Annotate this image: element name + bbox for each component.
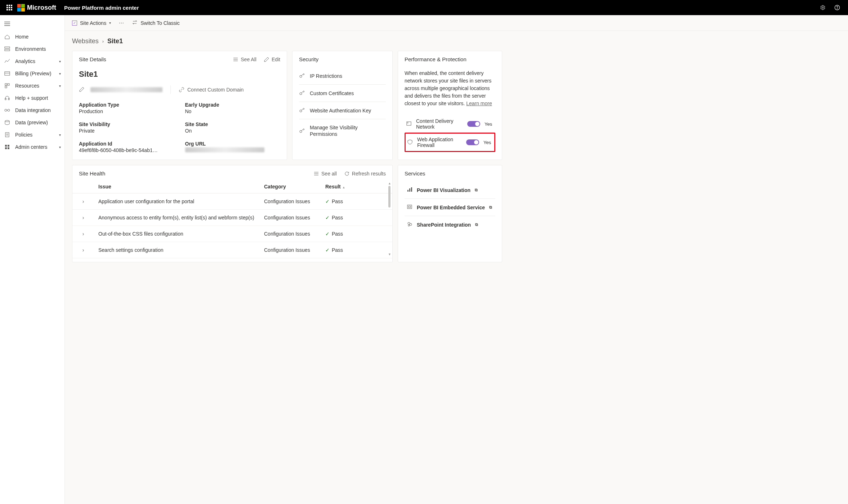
scroll-up-icon[interactable]: ▲ [388,182,391,185]
kv-value: On [185,128,281,134]
sidebar-item-home[interactable]: Home [0,31,64,43]
breadcrumb: Websites › Site1 [72,37,841,45]
svg-rect-20 [8,84,9,85]
kv-label: Site Visibility [79,121,174,127]
switch-classic-button[interactable]: Switch To Classic [132,19,180,26]
service-label: Power BI Embedded Service [417,205,485,210]
sidebar-item-label: Billing (Preview) [15,71,51,76]
sidebar-item-billing[interactable]: Billing (Preview) ▾ [0,67,64,80]
expand-row-icon[interactable]: › [72,210,94,226]
svg-rect-17 [5,72,10,75]
sidebar-item-environments[interactable]: Environments [0,43,64,55]
svg-rect-51 [409,206,411,208]
category-cell: Configuration Issues [260,226,321,242]
see-all-button[interactable]: See All [233,57,256,62]
service-powerbi-viz[interactable]: Power BI Visualization ⧉ [405,182,495,199]
sidebar-item-help[interactable]: Help + support [0,92,64,104]
bar-chart-icon [407,187,412,193]
svg-rect-16 [5,49,10,51]
result-cell: ✓Pass [321,242,392,258]
col-issue[interactable]: Issue [94,180,260,193]
svg-rect-6 [6,9,8,10]
expand-row-icon[interactable]: › [72,226,94,242]
issue-cell: Out-of-the-box CSS files configuration [94,226,260,242]
chevron-down-icon: ▾ [59,133,61,137]
sidebar-item-policies[interactable]: Policies ▾ [0,129,64,141]
command-bar: ✓ Site Actions ▾ ⋯ Switch To Classic [65,15,848,31]
svg-rect-8 [11,9,12,10]
key-icon [299,128,305,134]
security-item-ip[interactable]: IP Restrictions [299,67,386,85]
security-item-label: IP Restrictions [310,73,342,79]
kv-value: Private [79,128,174,134]
category-cell: Configuration Issues [260,210,321,226]
security-item-visibility-perm[interactable]: Manage Site Visibility Permissions [299,119,386,142]
scroll-down-icon[interactable]: ▼ [388,253,391,256]
breadcrumb-root[interactable]: Websites [72,37,99,45]
health-see-all-button[interactable]: See all [313,171,337,177]
svg-rect-28 [5,133,9,137]
hamburger-icon[interactable] [0,18,64,31]
svg-point-9 [822,7,824,8]
toggle-switch[interactable] [466,139,479,145]
toggle-label: Web Application Firewall [417,137,462,148]
sidebar-item-admin-centers[interactable]: Admin centers ▾ [0,141,64,153]
sidebar-item-resources[interactable]: Resources ▾ [0,80,64,92]
settings-icon[interactable] [816,0,830,15]
chevron-right-icon: › [102,39,104,44]
col-category[interactable]: Category [260,180,321,193]
sharepoint-icon [407,221,412,228]
security-item-label: Manage Site Visibility Permissions [310,124,386,137]
issue-cell: Anonymous access to entity form(s), enti… [94,210,260,226]
sidebar-item-label: Resources [15,83,39,89]
help-icon[interactable] [830,0,844,15]
service-sharepoint[interactable]: SharePoint Integration ⧉ [405,216,495,233]
learn-more-link[interactable]: Learn more [466,101,492,106]
issue-cell: Application user configuration for the p… [94,193,260,210]
sidebar-item-data-preview[interactable]: Data (preview) [0,116,64,129]
breadcrumb-current: Site1 [107,37,123,45]
check-icon: ✓ [325,215,330,220]
analytics-icon [4,58,12,64]
field-visibility: Site Visibility Private [79,121,174,134]
col-result[interactable]: Result▲ [321,180,392,193]
table-row: ›Out-of-the-box CSS files configurationC… [72,226,392,242]
refresh-label: Refresh results [352,171,386,177]
field-app-id: Application Id 49ef6f8b-6050-408b-be9c-5… [79,141,174,153]
policies-icon [4,132,12,138]
sidebar-item-analytics[interactable]: Analytics ▾ [0,55,64,67]
scrollbar[interactable]: ▲ ▼ [388,182,391,256]
global-header: Microsoft Power Platform admin center [0,0,848,15]
result-cell: ✓Pass [321,193,392,210]
expand-row-icon[interactable]: › [72,242,94,258]
edit-button[interactable]: Edit [264,57,280,62]
waffle-icon[interactable] [4,5,15,10]
toggle-switch[interactable] [467,121,480,127]
site-actions-menu[interactable]: ✓ Site Actions ▾ [72,20,111,26]
service-powerbi-embedded[interactable]: Power BI Embedded Service ⧉ [405,199,495,216]
perf-description: When enabled, the content delivery netwo… [405,70,495,107]
svg-rect-48 [409,188,410,192]
svg-point-53 [410,223,412,226]
connect-domain-button[interactable]: Connect Custom Domain [179,87,244,93]
key-icon [299,90,305,97]
refresh-button[interactable]: Refresh results [344,171,386,177]
kv-label: Early Upgrade [185,102,281,108]
security-item-certs[interactable]: Custom Certificates [299,85,386,102]
svg-rect-1 [9,5,10,6]
toggle-label: Content Delivery Network [416,118,463,130]
security-item-auth-key[interactable]: Website Authentication Key [299,102,386,119]
divider [170,85,171,94]
result-cell: ✓Pass [321,226,392,242]
cdn-icon [406,121,412,128]
sidebar-item-data-integration[interactable]: Data integration [0,104,64,116]
expand-row-icon[interactable]: › [72,193,94,210]
popout-icon: ⧉ [475,188,478,192]
pencil-icon[interactable] [79,86,85,93]
toggle-state: Yes [483,140,493,145]
more-actions-button[interactable]: ⋯ [119,20,124,26]
scroll-thumb[interactable] [388,186,390,208]
svg-rect-32 [8,145,9,147]
service-label: Power BI Visualization [417,187,470,193]
sidebar-item-label: Home [15,34,28,40]
